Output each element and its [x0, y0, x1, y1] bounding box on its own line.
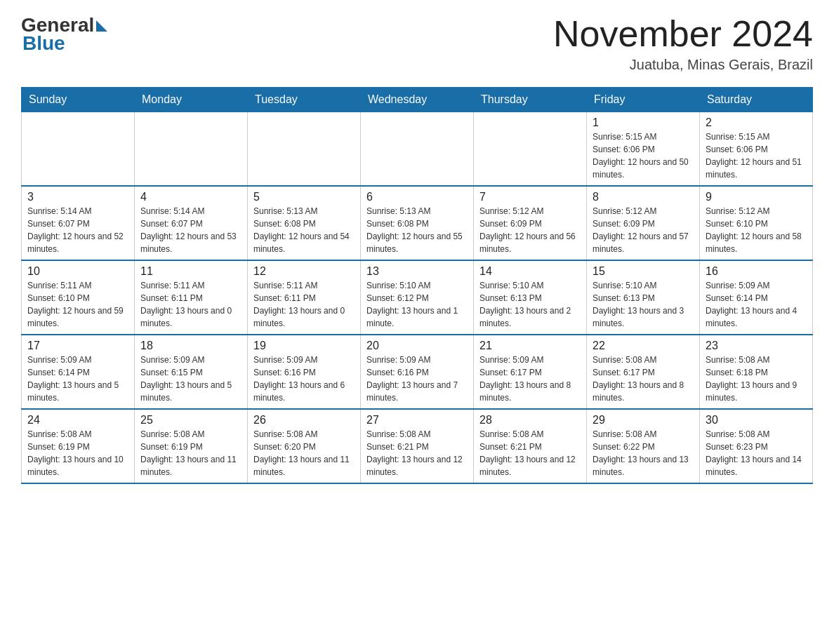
calendar-cell: 11Sunrise: 5:11 AMSunset: 6:11 PMDayligh…: [135, 260, 248, 335]
day-number: 21: [479, 340, 581, 352]
day-number: 7: [479, 191, 581, 203]
day-number: 30: [706, 414, 807, 427]
day-number: 14: [479, 265, 581, 278]
day-number: 17: [27, 340, 128, 352]
sun-info: Sunrise: 5:11 AMSunset: 6:10 PMDaylight:…: [27, 279, 128, 330]
sun-info: Sunrise: 5:09 AMSunset: 6:14 PMDaylight:…: [27, 354, 128, 404]
day-number: 8: [593, 191, 694, 203]
sun-info: Sunrise: 5:11 AMSunset: 6:11 PMDaylight:…: [140, 279, 241, 330]
sun-info: Sunrise: 5:09 AMSunset: 6:15 PMDaylight:…: [140, 354, 241, 404]
day-number: 2: [706, 116, 807, 129]
sun-info: Sunrise: 5:09 AMSunset: 6:17 PMDaylight:…: [479, 354, 581, 404]
calendar-cell: 14Sunrise: 5:10 AMSunset: 6:13 PMDayligh…: [474, 260, 587, 335]
calendar-cell: 4Sunrise: 5:14 AMSunset: 6:07 PMDaylight…: [135, 186, 248, 260]
sun-info: Sunrise: 5:10 AMSunset: 6:12 PMDaylight:…: [366, 279, 468, 330]
day-number: 13: [366, 265, 468, 278]
sun-info: Sunrise: 5:10 AMSunset: 6:13 PMDaylight:…: [479, 279, 581, 330]
calendar-cell: 21Sunrise: 5:09 AMSunset: 6:17 PMDayligh…: [474, 335, 587, 409]
week-row-4: 17Sunrise: 5:09 AMSunset: 6:14 PMDayligh…: [22, 335, 813, 409]
calendar-cell: 30Sunrise: 5:08 AMSunset: 6:23 PMDayligh…: [700, 409, 813, 483]
day-number: 15: [593, 265, 694, 278]
month-title: November 2024: [553, 14, 813, 54]
logo: General Blue: [21, 14, 107, 55]
calendar-cell: 10Sunrise: 5:11 AMSunset: 6:10 PMDayligh…: [22, 260, 135, 335]
sun-info: Sunrise: 5:08 AMSunset: 6:20 PMDaylight:…: [253, 428, 355, 478]
calendar-cell: 1Sunrise: 5:15 AMSunset: 6:06 PMDaylight…: [587, 112, 700, 187]
calendar-cell: 22Sunrise: 5:08 AMSunset: 6:17 PMDayligh…: [587, 335, 700, 409]
calendar-cell: 16Sunrise: 5:09 AMSunset: 6:14 PMDayligh…: [700, 260, 813, 335]
day-number: 4: [140, 191, 241, 203]
calendar-cell: 7Sunrise: 5:12 AMSunset: 6:09 PMDaylight…: [474, 186, 587, 260]
sun-info: Sunrise: 5:12 AMSunset: 6:09 PMDaylight:…: [479, 205, 581, 255]
day-number: 27: [366, 414, 468, 427]
sun-info: Sunrise: 5:09 AMSunset: 6:16 PMDaylight:…: [366, 354, 468, 404]
day-number: 16: [706, 265, 807, 278]
weekday-header-row: SundayMondayTuesdayWednesdayThursdayFrid…: [22, 88, 813, 112]
calendar-cell: [22, 112, 135, 187]
calendar-table: SundayMondayTuesdayWednesdayThursdayFrid…: [21, 87, 813, 484]
weekday-header-monday: Monday: [135, 88, 248, 112]
sun-info: Sunrise: 5:13 AMSunset: 6:08 PMDaylight:…: [366, 205, 468, 255]
day-number: 18: [140, 340, 241, 352]
logo-blue-text: Blue: [22, 32, 107, 55]
weekday-header-sunday: Sunday: [22, 88, 135, 112]
day-number: 10: [27, 265, 128, 278]
sun-info: Sunrise: 5:14 AMSunset: 6:07 PMDaylight:…: [27, 205, 128, 255]
calendar-cell: [248, 112, 361, 187]
sun-info: Sunrise: 5:08 AMSunset: 6:22 PMDaylight:…: [593, 428, 694, 478]
sun-info: Sunrise: 5:10 AMSunset: 6:13 PMDaylight:…: [593, 279, 694, 330]
calendar-cell: 26Sunrise: 5:08 AMSunset: 6:20 PMDayligh…: [248, 409, 361, 483]
page-header: General Blue November 2024 Juatuba, Mina…: [21, 14, 813, 73]
weekday-header-thursday: Thursday: [474, 88, 587, 112]
sun-info: Sunrise: 5:15 AMSunset: 6:06 PMDaylight:…: [706, 130, 807, 181]
day-number: 19: [253, 340, 355, 352]
location-text: Juatuba, Minas Gerais, Brazil: [553, 57, 813, 73]
title-section: November 2024 Juatuba, Minas Gerais, Bra…: [553, 14, 813, 73]
calendar-cell: 13Sunrise: 5:10 AMSunset: 6:12 PMDayligh…: [361, 260, 474, 335]
week-row-1: 1Sunrise: 5:15 AMSunset: 6:06 PMDaylight…: [22, 112, 813, 187]
sun-info: Sunrise: 5:12 AMSunset: 6:09 PMDaylight:…: [593, 205, 694, 255]
sun-info: Sunrise: 5:12 AMSunset: 6:10 PMDaylight:…: [706, 205, 807, 255]
calendar-cell: 25Sunrise: 5:08 AMSunset: 6:19 PMDayligh…: [135, 409, 248, 483]
weekday-header-wednesday: Wednesday: [361, 88, 474, 112]
day-number: 11: [140, 265, 241, 278]
sun-info: Sunrise: 5:08 AMSunset: 6:18 PMDaylight:…: [706, 354, 807, 404]
calendar-cell: 29Sunrise: 5:08 AMSunset: 6:22 PMDayligh…: [587, 409, 700, 483]
sun-info: Sunrise: 5:08 AMSunset: 6:21 PMDaylight:…: [479, 428, 581, 478]
sun-info: Sunrise: 5:09 AMSunset: 6:14 PMDaylight:…: [706, 279, 807, 330]
day-number: 3: [27, 191, 128, 203]
sun-info: Sunrise: 5:14 AMSunset: 6:07 PMDaylight:…: [140, 205, 241, 255]
day-number: 5: [253, 191, 355, 203]
day-number: 9: [706, 191, 807, 203]
sun-info: Sunrise: 5:08 AMSunset: 6:21 PMDaylight:…: [366, 428, 468, 478]
sun-info: Sunrise: 5:08 AMSunset: 6:17 PMDaylight:…: [593, 354, 694, 404]
day-number: 26: [253, 414, 355, 427]
calendar-cell: 2Sunrise: 5:15 AMSunset: 6:06 PMDaylight…: [700, 112, 813, 187]
calendar-cell: 20Sunrise: 5:09 AMSunset: 6:16 PMDayligh…: [361, 335, 474, 409]
calendar-cell: 15Sunrise: 5:10 AMSunset: 6:13 PMDayligh…: [587, 260, 700, 335]
day-number: 29: [593, 414, 694, 427]
calendar-cell: 23Sunrise: 5:08 AMSunset: 6:18 PMDayligh…: [700, 335, 813, 409]
sun-info: Sunrise: 5:09 AMSunset: 6:16 PMDaylight:…: [253, 354, 355, 404]
day-number: 12: [253, 265, 355, 278]
day-number: 28: [479, 414, 581, 427]
sun-info: Sunrise: 5:13 AMSunset: 6:08 PMDaylight:…: [253, 205, 355, 255]
calendar-cell: 17Sunrise: 5:09 AMSunset: 6:14 PMDayligh…: [22, 335, 135, 409]
calendar-cell: [361, 112, 474, 187]
weekday-header-friday: Friday: [587, 88, 700, 112]
calendar-cell: 6Sunrise: 5:13 AMSunset: 6:08 PMDaylight…: [361, 186, 474, 260]
calendar-cell: 27Sunrise: 5:08 AMSunset: 6:21 PMDayligh…: [361, 409, 474, 483]
logo-arrow-icon: [96, 20, 107, 32]
calendar-cell: 3Sunrise: 5:14 AMSunset: 6:07 PMDaylight…: [22, 186, 135, 260]
calendar-cell: [474, 112, 587, 187]
week-row-3: 10Sunrise: 5:11 AMSunset: 6:10 PMDayligh…: [22, 260, 813, 335]
calendar-cell: [135, 112, 248, 187]
week-row-2: 3Sunrise: 5:14 AMSunset: 6:07 PMDaylight…: [22, 186, 813, 260]
calendar-cell: 18Sunrise: 5:09 AMSunset: 6:15 PMDayligh…: [135, 335, 248, 409]
day-number: 6: [366, 191, 468, 203]
weekday-header-tuesday: Tuesday: [248, 88, 361, 112]
calendar-cell: 5Sunrise: 5:13 AMSunset: 6:08 PMDaylight…: [248, 186, 361, 260]
sun-info: Sunrise: 5:08 AMSunset: 6:19 PMDaylight:…: [27, 428, 128, 478]
day-number: 22: [593, 340, 694, 352]
day-number: 23: [706, 340, 807, 352]
